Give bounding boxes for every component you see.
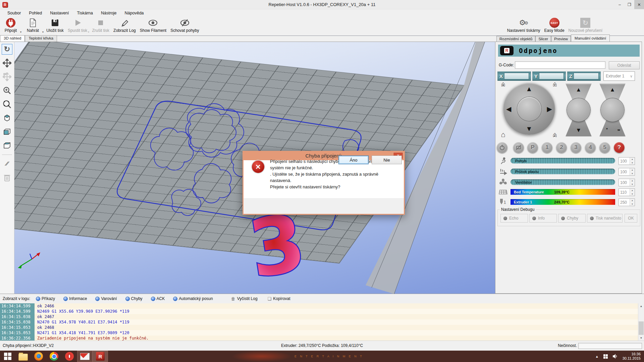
rotate-view-tool[interactable]: ↻ bbox=[2, 44, 12, 55]
extrude-up-icon[interactable]: ▲ bbox=[610, 87, 615, 93]
load-button[interactable]: Nahrát bbox=[22, 17, 44, 34]
bed-temperature-bar[interactable]: Bed Temperature 109,39°C bbox=[511, 189, 615, 195]
spin-down-icon[interactable]: ▼ bbox=[630, 183, 635, 186]
quick-button-5[interactable]: 5 bbox=[599, 142, 610, 153]
scroll-up-icon[interactable]: ▲ bbox=[638, 303, 644, 309]
menu-napoveda[interactable]: Nápověda bbox=[121, 10, 148, 16]
spin-down-icon[interactable]: ▼ bbox=[630, 192, 635, 196]
quick-button-3[interactable]: 3 bbox=[571, 142, 581, 153]
menu-soubor[interactable]: Soubor bbox=[3, 10, 25, 16]
load-dropdown-icon[interactable]: ▾ bbox=[42, 31, 44, 34]
top-view-tool[interactable] bbox=[2, 140, 12, 151]
jog-x-minus-icon[interactable]: ◀ bbox=[506, 106, 511, 112]
power-button[interactable] bbox=[497, 142, 507, 153]
quick-button-2[interactable]: 2 bbox=[556, 142, 567, 153]
log-scrollbar[interactable]: ▲ ▼ bbox=[638, 303, 644, 341]
menu-nastroje[interactable]: Nástroje bbox=[97, 10, 121, 16]
quick-button-4[interactable]: 4 bbox=[585, 142, 596, 153]
flow-value-spinner[interactable]: 100 ▲▼ bbox=[619, 168, 635, 176]
fit-view-tool[interactable] bbox=[2, 99, 12, 110]
spin-down-icon[interactable]: ▼ bbox=[630, 172, 635, 176]
debug-dry-run-button[interactable]: Tisk nanečisto bbox=[587, 214, 623, 223]
start-button[interactable] bbox=[0, 351, 15, 362]
scrollbar-thumb[interactable] bbox=[639, 321, 644, 335]
z-position-field[interactable] bbox=[574, 73, 599, 79]
printer-settings-button[interactable]: ⚙⚙ Nastavení tiskárny bbox=[505, 17, 542, 34]
taskbar-opera[interactable] bbox=[62, 351, 77, 362]
home-x-button[interactable]: ⌂X bbox=[498, 80, 508, 88]
connect-dropdown-icon[interactable]: ▾ bbox=[20, 31, 21, 34]
scroll-down-icon[interactable]: ▼ bbox=[638, 335, 644, 341]
flow-slider[interactable]: Průtok plastu bbox=[511, 169, 615, 174]
jog-y-minus-icon[interactable]: ▼ bbox=[526, 125, 533, 132]
copy-log-button[interactable]: ❏Kopírovat bbox=[268, 296, 290, 301]
tab-slicer[interactable]: Slicer bbox=[535, 36, 551, 42]
log-entries[interactable]: 16:34:14.599ok 2466 16:34:14.599N2469 G1… bbox=[0, 303, 638, 341]
hide-travel-button[interactable]: Schovat pohyby bbox=[168, 17, 201, 34]
menu-pohled[interactable]: Pohled bbox=[25, 10, 46, 16]
xy-jog-pad[interactable]: ▲ ▼ ◀ ▶ bbox=[503, 83, 555, 135]
tab-preview[interactable]: Preview bbox=[551, 36, 571, 42]
spin-up-icon[interactable]: ▲ bbox=[630, 179, 635, 183]
debug-info-button[interactable]: Info bbox=[529, 214, 557, 223]
speed-slider[interactable]: Pohyb bbox=[511, 158, 615, 164]
menu-tiskarna[interactable]: Tiskárna bbox=[73, 10, 97, 16]
fan-slider[interactable]: Ventilátor bbox=[511, 179, 615, 185]
filter-errors-toggle[interactable]: Chyby bbox=[126, 296, 143, 301]
retract-small-icon[interactable]: ▾ bbox=[606, 127, 607, 130]
tab-3d-view[interactable]: 3D náhled bbox=[0, 35, 25, 42]
bed-target-spinner[interactable]: 110 ▲▼ bbox=[619, 188, 635, 196]
move-view-tool[interactable] bbox=[2, 58, 12, 68]
tab-object-placement[interactable]: Rozmístění objektů bbox=[496, 36, 535, 42]
x-position-field[interactable] bbox=[504, 73, 529, 79]
spin-up-icon[interactable]: ▲ bbox=[630, 189, 635, 192]
show-filament-button[interactable]: Show Filament bbox=[138, 17, 168, 34]
debug-echo-button[interactable]: Echo bbox=[500, 214, 528, 223]
no-button[interactable]: Nie bbox=[372, 156, 402, 164]
filter-info-toggle[interactable]: Informace bbox=[64, 296, 87, 301]
speed-value-spinner[interactable]: 100 ▲▼ bbox=[619, 157, 635, 165]
filter-autoscroll-toggle[interactable]: Automatický posun bbox=[173, 296, 213, 301]
maximize-button[interactable]: ❐ bbox=[625, 0, 634, 9]
help-button[interactable]: ? bbox=[614, 142, 625, 153]
minimize-button[interactable]: – bbox=[615, 0, 625, 9]
z-down-icon[interactable]: ▼ bbox=[576, 127, 582, 133]
taskbar-repetier-host[interactable]: R bbox=[93, 351, 108, 362]
quick-button-1[interactable]: 1 bbox=[542, 142, 552, 153]
close-button[interactable]: ✕ bbox=[634, 0, 644, 9]
home-y-button[interactable]: ⌂Y bbox=[550, 80, 560, 88]
speaker-icon[interactable] bbox=[612, 354, 618, 359]
front-view-tool[interactable] bbox=[2, 126, 12, 137]
y-position-field[interactable] bbox=[539, 73, 564, 79]
easy-mode-button[interactable]: EASY Easy Mode bbox=[542, 17, 567, 34]
zoom-tool[interactable] bbox=[2, 85, 12, 96]
menu-nastaveni[interactable]: Nastavení bbox=[46, 10, 73, 16]
yes-button[interactable]: Áno bbox=[338, 156, 369, 164]
spin-up-icon[interactable]: ▲ bbox=[630, 168, 635, 172]
extruder-select[interactable]: Extruder 1 ∨ bbox=[603, 71, 635, 81]
debug-ok-button[interactable]: OK bbox=[625, 214, 637, 223]
extruder-target-spinner[interactable]: 250 ▲▼ bbox=[619, 198, 635, 206]
taskbar-firefox[interactable] bbox=[31, 351, 46, 362]
filter-warnings-toggle[interactable]: Varování bbox=[96, 296, 117, 301]
jog-y-plus-icon[interactable]: ▲ bbox=[526, 85, 533, 92]
clear-log-button[interactable]: 🗑Vyčistit Log bbox=[231, 296, 258, 301]
connect-button[interactable]: Připojit bbox=[0, 17, 21, 34]
filter-ack-toggle[interactable]: ACK bbox=[151, 296, 165, 301]
home-z-button[interactable]: ⌂Z bbox=[550, 130, 560, 139]
fan-value-spinner[interactable]: 100 ▲▼ bbox=[619, 179, 635, 186]
z-up-icon[interactable]: ▲ bbox=[576, 87, 582, 93]
park-button[interactable] bbox=[513, 142, 524, 153]
tab-temperature-curve[interactable]: Teplotní křivka bbox=[25, 35, 57, 42]
tray-network-icon[interactable] bbox=[603, 354, 608, 359]
retract-fast-icon[interactable]: ▾▾ bbox=[618, 129, 620, 132]
save-print-button[interactable]: Uložit tisk bbox=[44, 17, 66, 34]
spin-down-icon[interactable]: ▼ bbox=[630, 161, 635, 165]
taskbar-chrome[interactable] bbox=[46, 351, 62, 362]
jog-x-plus-icon[interactable]: ▶ bbox=[547, 106, 552, 112]
taskbar-explorer[interactable] bbox=[15, 351, 31, 362]
taskbar-mail[interactable] bbox=[77, 351, 93, 362]
show-log-button[interactable]: Zobrazit Log bbox=[111, 17, 138, 34]
taskbar-clock[interactable]: 16:36 30.11.2015 bbox=[623, 352, 641, 361]
isometric-view-tool[interactable] bbox=[2, 113, 12, 123]
